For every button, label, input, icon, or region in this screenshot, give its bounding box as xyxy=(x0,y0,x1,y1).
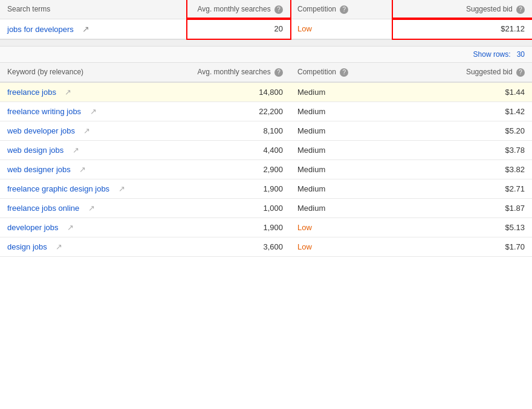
trend-icon: ↗ xyxy=(82,24,89,34)
keyword-suggested-bid: $1.70 xyxy=(393,237,532,256)
keyword-avg-monthly: 14,800 xyxy=(187,82,290,102)
th-search-terms: Search terms xyxy=(0,0,187,19)
trend-icon: ↗ xyxy=(65,88,71,97)
keyword-competition: Low xyxy=(290,237,393,256)
keyword-suggested-bid: $3.78 xyxy=(393,140,532,159)
keyword-avg-monthly: 1,000 xyxy=(187,198,290,217)
keyword-competition: Medium xyxy=(290,198,393,217)
keyword-suggested-help-icon[interactable]: ? xyxy=(516,68,525,77)
keyword-table-header-row: Keyword (by relevance) Avg. monthly sear… xyxy=(0,63,532,82)
keyword-table-row: web developer jobs ↗ 8,100 Medium $5.20 xyxy=(0,121,532,140)
th-keyword-competition: Competition ? xyxy=(290,63,393,82)
keyword-name[interactable]: web developer jobs xyxy=(7,126,75,135)
keyword-name-cell: freelance jobs online ↗ xyxy=(0,198,187,217)
keyword-suggested-bid: $5.20 xyxy=(393,121,532,140)
keyword-suggested-bid: $5.13 xyxy=(393,217,532,237)
suggested-bid-help-icon[interactable]: ? xyxy=(516,5,525,14)
top-search-terms-table: Search terms Avg. monthly searches ? Com… xyxy=(0,0,532,39)
th-keyword-avg-monthly: Avg. monthly searches ? xyxy=(187,63,290,82)
keyword-name-cell: design jobs ↗ xyxy=(0,237,187,256)
keyword-avg-monthly: 22,200 xyxy=(187,101,290,121)
keyword-avg-help-icon[interactable]: ? xyxy=(274,68,283,77)
keyword-competition-help-icon[interactable]: ? xyxy=(340,68,348,77)
keyword-name-cell: developer jobs ↗ xyxy=(0,217,187,237)
keyword-name-cell: freelance writing jobs ↗ xyxy=(0,101,187,121)
keyword-name-cell: freelance graphic design jobs ↗ xyxy=(0,179,187,198)
trend-icon: ↗ xyxy=(73,146,79,155)
keyword-name[interactable]: developer jobs xyxy=(7,223,59,232)
show-rows-value[interactable]: 30 xyxy=(517,50,525,59)
keyword-suggested-bid: $3.82 xyxy=(393,159,532,179)
keyword-competition: Medium xyxy=(290,159,393,179)
keyword-competition: Medium xyxy=(290,101,393,121)
keyword-table-row: design jobs ↗ 3,600 Low $1.70 xyxy=(0,237,532,256)
keyword-avg-monthly: 1,900 xyxy=(187,179,290,198)
keyword-competition: Medium xyxy=(290,82,393,102)
keyword-table-row: freelance writing jobs ↗ 22,200 Medium $… xyxy=(0,101,532,121)
keyword-avg-monthly: 4,400 xyxy=(187,140,290,159)
th-keyword-by-relevance: Keyword (by relevance) xyxy=(0,63,187,82)
top-keyword-label[interactable]: jobs for developers xyxy=(7,25,74,34)
th-avg-monthly-searches: Avg. monthly searches ? xyxy=(187,0,290,19)
trend-icon: ↗ xyxy=(90,107,97,116)
keyword-name[interactable]: freelance jobs online xyxy=(7,204,79,213)
th-competition: Competition ? xyxy=(290,0,393,19)
show-rows-label: Show rows: xyxy=(473,50,511,59)
keyword-table-row: freelance jobs online ↗ 1,000 Medium $1.… xyxy=(0,198,532,217)
top-keyword-cell: jobs for developers ↗ xyxy=(0,19,187,39)
keyword-suggested-bid: $2.71 xyxy=(393,179,532,198)
keyword-avg-monthly: 2,900 xyxy=(187,159,290,179)
keyword-table-row: developer jobs ↗ 1,900 Low $5.13 xyxy=(0,217,532,237)
keyword-table: Keyword (by relevance) Avg. monthly sear… xyxy=(0,63,532,257)
trend-icon: ↗ xyxy=(88,204,95,213)
th-suggested-bid: Suggested bid ? xyxy=(393,0,532,19)
keyword-name[interactable]: web design jobs xyxy=(7,146,63,155)
keyword-name-cell: web designer jobs ↗ xyxy=(0,159,187,179)
keyword-table-row: freelance jobs ↗ 14,800 Medium $1.44 xyxy=(0,82,532,102)
trend-icon: ↗ xyxy=(118,184,125,193)
keyword-suggested-bid: $1.42 xyxy=(393,101,532,121)
trend-icon: ↗ xyxy=(83,126,90,135)
keyword-competition: Medium xyxy=(290,121,393,140)
keyword-name[interactable]: web designer jobs xyxy=(7,165,71,174)
keyword-suggested-bid: $1.44 xyxy=(393,82,532,102)
section-separator xyxy=(0,39,532,47)
top-search-term-row: jobs for developers ↗ 20 Low $21.12 xyxy=(0,19,532,39)
competition-help-icon[interactable]: ? xyxy=(340,5,348,14)
top-avg-monthly-cell: 20 xyxy=(187,19,290,39)
keyword-name[interactable]: freelance jobs xyxy=(7,88,56,97)
keyword-table-row: web designer jobs ↗ 2,900 Medium $3.82 xyxy=(0,159,532,179)
top-suggested-bid-cell: $21.12 xyxy=(393,19,532,39)
keyword-name[interactable]: freelance graphic design jobs xyxy=(7,184,109,193)
trend-icon: ↗ xyxy=(79,165,86,174)
top-competition-cell: Low xyxy=(290,19,393,39)
trend-icon: ↗ xyxy=(67,223,74,232)
keyword-avg-monthly: 8,100 xyxy=(187,121,290,140)
keyword-table-row: freelance graphic design jobs ↗ 1,900 Me… xyxy=(0,179,532,198)
keyword-suggested-bid: $1.87 xyxy=(393,198,532,217)
keyword-competition: Medium xyxy=(290,140,393,159)
keyword-table-row: web design jobs ↗ 4,400 Medium $3.78 xyxy=(0,140,532,159)
show-rows-bar: Show rows: 30 xyxy=(0,47,532,63)
keyword-avg-monthly: 1,900 xyxy=(187,217,290,237)
keyword-name[interactable]: design jobs xyxy=(7,242,47,251)
trend-icon: ↗ xyxy=(56,242,62,251)
keyword-name-cell: freelance jobs ↗ xyxy=(0,82,187,102)
avg-monthly-help-icon[interactable]: ? xyxy=(274,5,283,14)
keyword-avg-monthly: 3,600 xyxy=(187,237,290,256)
keyword-name-cell: web developer jobs ↗ xyxy=(0,121,187,140)
keyword-name[interactable]: freelance writing jobs xyxy=(7,107,81,116)
keyword-competition: Low xyxy=(290,217,393,237)
th-keyword-suggested-bid: Suggested bid ? xyxy=(393,63,532,82)
keyword-name-cell: web design jobs ↗ xyxy=(0,140,187,159)
keyword-competition: Medium xyxy=(290,179,393,198)
